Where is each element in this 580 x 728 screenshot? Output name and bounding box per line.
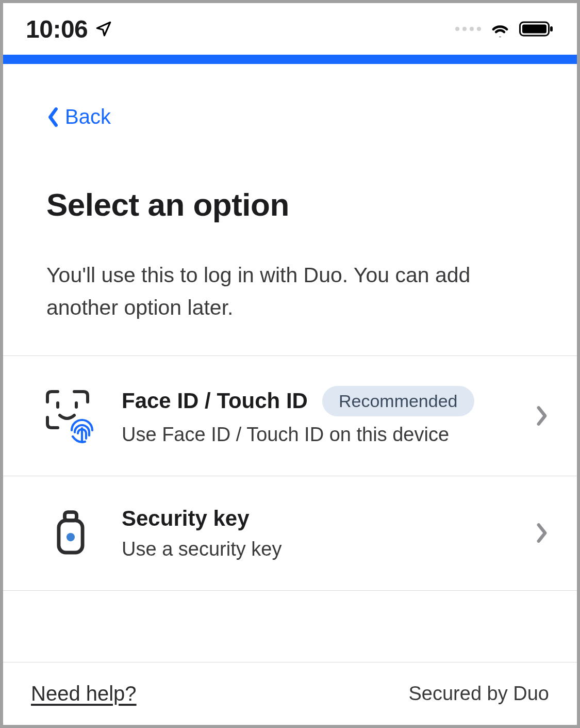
security-key-icon [42, 510, 99, 556]
svg-point-8 [67, 533, 75, 541]
page-subtitle: You'll use this to log in with Duo. You … [46, 259, 534, 325]
option-title: Face ID / Touch ID [122, 389, 308, 413]
location-icon [95, 20, 112, 38]
secured-by-label: Secured by Duo [409, 683, 550, 705]
svg-rect-2 [550, 26, 553, 31]
back-label: Back [65, 105, 111, 128]
option-desc: Use a security key [122, 538, 512, 560]
status-bar: 10:06 [3, 3, 577, 55]
battery-icon [519, 21, 554, 37]
option-security-key[interactable]: Security key Use a security key [3, 476, 577, 591]
chevron-right-icon [535, 522, 549, 544]
accent-bar [3, 55, 577, 64]
page-title: Select an option [46, 186, 534, 223]
option-list: Face ID / Touch ID Recommended Use Face … [3, 355, 577, 591]
cellular-dots-icon [455, 27, 481, 31]
option-face-touch-id[interactable]: Face ID / Touch ID Recommended Use Face … [3, 356, 577, 476]
footer: Need help? Secured by Duo [3, 662, 577, 725]
option-title: Security key [122, 506, 250, 531]
chevron-right-icon [535, 405, 549, 427]
wifi-icon [489, 21, 511, 37]
option-desc: Use Face ID / Touch ID on this device [122, 424, 512, 446]
chevron-left-icon [46, 107, 60, 127]
recommended-badge: Recommended [322, 386, 474, 416]
help-link[interactable]: Need help? [31, 682, 137, 705]
svg-rect-1 [522, 25, 546, 34]
face-touch-id-icon [42, 387, 99, 444]
back-button[interactable]: Back [46, 105, 111, 128]
clock: 10:06 [26, 15, 88, 43]
